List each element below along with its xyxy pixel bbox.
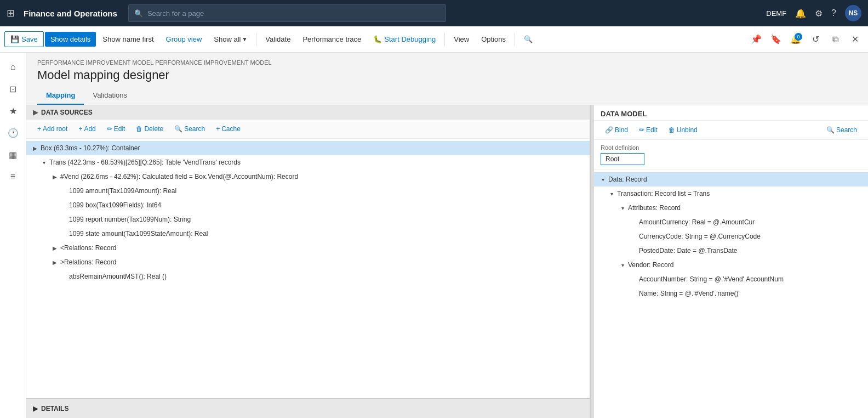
sidebar-item-home[interactable]: ⌂ [3,57,23,77]
sidebar-item-favorites[interactable]: ★ [3,101,23,121]
dm-edit-button[interactable]: ✏ Edit [635,124,662,136]
search-button[interactable]: 🔍 Search [170,123,209,135]
show-all-button[interactable]: Show all ▼ [208,32,253,47]
tree-row-tax1099amount[interactable]: 1099 amount(Tax1099Amount): Real [26,184,590,198]
show-name-first-button[interactable]: Show name first [97,32,159,47]
tree-expand-data-record[interactable]: ▾ [598,177,607,183]
edit-button[interactable]: ✏ Edit [102,123,130,135]
content-area: PERFORMANCE IMPROVEMENT MODEL PERFORMANC… [26,53,868,418]
tree-expand-vendor[interactable]: ▾ [618,262,627,268]
bind-button[interactable]: 🔗 Bind [601,124,632,136]
tree-row-transaction[interactable]: ▾ Transaction: Record list = Trans [594,187,868,201]
tree-row-tax1099fields[interactable]: 1099 box(Tax1099Fields): Int64 [26,198,590,212]
tree-label-relations-gt: >Relations: Record [59,258,116,266]
page-title: Model mapping designer [37,68,857,82]
tree-row-vendor[interactable]: ▾ Vendor: Record [594,258,868,272]
tree-row-attributes[interactable]: ▾ Attributes: Record [594,201,868,215]
cache-button[interactable]: + Cache [212,123,245,135]
notification-count-button[interactable]: 🔔 0 [787,31,804,48]
tree-row-amount-currency[interactable]: AmountCurrency: Real = @.AmountCur [594,215,868,229]
search-input[interactable] [147,9,440,18]
group-view-button[interactable]: Group view [161,32,208,47]
notification-icon[interactable]: 🔔 [795,8,806,19]
tree-expand-icon[interactable]: ▶ [31,145,39,151]
data-model-panel: DATA MODEL 🔗 Bind ✏ Edit 🗑 Unbind [594,105,868,418]
data-sources-panel: ▶ DATA SOURCES + Add root + Add ✏ Edit [26,105,591,418]
details-panel[interactable]: ▶ DETAILS [26,398,590,418]
tree-expand-icon-relations-lt[interactable]: ▶ [50,245,59,251]
save-button[interactable]: 💾 Save [4,31,44,47]
dm-edit-icon: ✏ [639,126,644,134]
toolbar-right-actions: 📌 🔖 🔔 0 ↺ ⧉ ✕ [747,31,864,48]
add-root-button[interactable]: + Add root [33,123,72,135]
pin-button[interactable]: 📌 [747,31,765,48]
close-button[interactable]: ✕ [846,31,864,48]
sidebar-item-list[interactable]: ≡ [3,167,23,187]
data-sources-expand-icon[interactable]: ▶ [33,109,38,116]
tree-label-attributes: Attributes: Record [627,204,681,212]
sidebar-item-filter[interactable]: ⊡ [3,79,23,99]
performance-trace-button[interactable]: Performance trace [297,32,367,47]
tree-expand-transaction[interactable]: ▾ [607,191,616,197]
tree-row-tax1099num[interactable]: 1099 report number(Tax1099Num): String [26,212,590,227]
delete-button[interactable]: 🗑 Delete [132,123,168,135]
bookmark-button[interactable]: 🔖 [767,31,785,48]
avatar[interactable]: NS [845,5,861,21]
validate-button[interactable]: Validate [260,32,296,47]
tree-row-data-record[interactable]: ▾ Data: Record [594,172,868,187]
search-bar[interactable]: 🔍 [128,4,446,22]
start-debugging-button[interactable]: 🐛 Start Debugging [368,32,441,47]
data-sources-tree: ▶ Box (63.3ms - 10.27%): Container ▾ Tra… [26,139,590,398]
tree-expand-icon-vend[interactable]: ▶ [50,174,59,180]
tab-validations[interactable]: Validations [84,87,136,105]
tree-label-transaction: Transaction: Record list = Trans [616,190,710,197]
tree-row-relations-gt[interactable]: ▶ >Relations: Record [26,255,590,269]
tree-row-vend[interactable]: ▶ #Vend (262.6ms - 42.62%): Calculated f… [26,170,590,184]
dm-search-button[interactable]: 🔍 Search [822,124,861,136]
tree-expand-icon-relations-gt[interactable]: ▶ [50,259,59,266]
tab-mapping[interactable]: Mapping [37,87,84,105]
top-navigation: ⊞ Finance and Operations 🔍 DEMF 🔔 ⚙ ? NS [0,0,868,26]
search-ds-icon: 🔍 [174,125,182,133]
tree-label-account-number: AccountNumber: String = @.'#Vend'.Accoun… [638,275,784,283]
main-layout: ⌂ ⊡ ★ 🕐 ▦ ≡ PERFORMANCE IMPROVEMENT MODE… [0,53,868,418]
refresh-button[interactable]: ↺ [807,31,824,48]
debug-icon: 🐛 [373,35,382,43]
search-toolbar-button[interactable]: 🔍 [518,32,538,47]
tree-row-trans[interactable]: ▾ Trans (422.3ms - 68.53%)[265][Q:265]: … [26,155,590,170]
left-sidebar: ⌂ ⊡ ★ 🕐 ▦ ≡ [0,53,26,418]
show-details-button[interactable]: Show details [45,32,96,47]
view-button[interactable]: View [448,32,475,47]
app-title: Finance and Operations [24,9,117,18]
settings-icon[interactable]: ⚙ [815,8,823,19]
tree-row-box[interactable]: ▶ Box (63.3ms - 10.27%): Container [26,141,590,155]
tree-row-abs-remain[interactable]: absRemainAmountMST(): Real () [26,269,590,284]
tree-expand-icon-trans[interactable]: ▾ [39,160,48,166]
save-icon: 💾 [10,35,19,43]
tree-label-tax1099fields: 1099 box(Tax1099Fields): Int64 [68,201,161,209]
sidebar-item-grid[interactable]: ▦ [3,145,23,165]
tree-row-relations-lt[interactable]: ▶ <Relations: Record [26,241,590,255]
tree-label-tax1099num: 1099 report number(Tax1099Num): String [68,216,191,223]
tree-label-vendor: Vendor: Record [627,261,673,269]
open-new-window-button[interactable]: ⧉ [826,31,844,48]
add-root-icon: + [37,125,41,133]
tree-expand-attributes[interactable]: ▾ [618,205,627,211]
tree-row-tax1099stateamount[interactable]: 1099 state amount(Tax1099StateAmount): R… [26,227,590,241]
notification-badge: 0 [795,33,802,41]
separator2 [444,33,445,46]
tree-row-posted-date[interactable]: PostedDate: Date = @.TransDate [594,244,868,258]
unbind-button[interactable]: 🗑 Unbind [664,124,702,136]
tree-row-account-number[interactable]: AccountNumber: String = @.'#Vend'.Accoun… [594,272,868,286]
data-sources-toolbar: + Add root + Add ✏ Edit 🗑 Delete [26,120,590,139]
tree-row-currency-code[interactable]: CurrencyCode: String = @.CurrencyCode [594,229,868,244]
options-button[interactable]: Options [476,32,511,47]
help-icon[interactable]: ? [831,8,836,18]
add-button[interactable]: + Add [74,123,100,135]
sidebar-item-recent[interactable]: 🕐 [3,123,23,143]
root-def-value: Root [601,153,644,165]
page-header: PERFORMANCE IMPROVEMENT MODEL PERFORMANC… [26,53,868,87]
cache-icon: + [216,125,220,133]
grid-icon[interactable]: ⊞ [7,7,15,19]
tree-row-name[interactable]: Name: String = @.'#Vend'.'name()' [594,286,868,301]
